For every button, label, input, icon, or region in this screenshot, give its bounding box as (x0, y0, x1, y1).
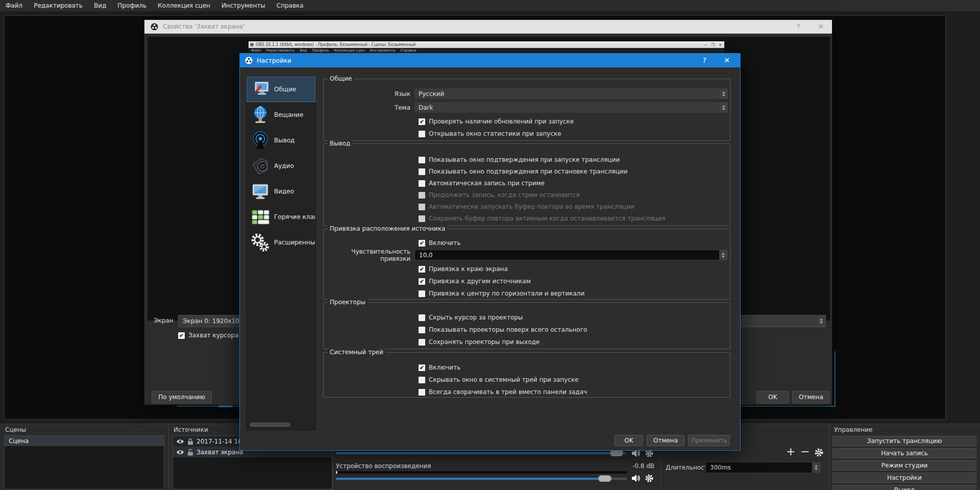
unlock-icon[interactable] (187, 449, 193, 456)
remove-transition-icon[interactable]: − (800, 447, 810, 456)
volume-slider[interactable] (336, 478, 627, 480)
start-streaming-button[interactable]: Запустить трансляцию (832, 436, 976, 446)
snap-sensitivity-label: Чувствительность привязки (324, 248, 414, 262)
snap-sensitivity-spinbox[interactable]: 10,0 (414, 250, 728, 260)
sources-header: Источники (174, 426, 208, 433)
start-recording-button[interactable]: Начать запись (832, 448, 976, 458)
visibility-eye-icon[interactable] (176, 450, 184, 455)
projector-always-on-top-row[interactable]: Показывать проекторы поверх всего осталь… (419, 326, 730, 333)
help-button[interactable]: ? (703, 56, 706, 64)
duration-spinbox[interactable]: 300ms (705, 462, 821, 473)
preview-scrollbar-segment[interactable] (218, 405, 233, 407)
systray-enable-row[interactable]: Включить (419, 364, 730, 371)
group-general: Общие Язык Русский Тема Dark Проверять н… (323, 79, 730, 141)
studio-mode-button[interactable]: Режим студии (832, 460, 976, 471)
checkbox[interactable] (419, 240, 425, 247)
checkbox[interactable] (419, 290, 425, 297)
sidebar-item-hotkeys[interactable]: Горячие клавиши (247, 204, 315, 230)
confirm-stop-row[interactable]: Показывать окно подтверждения при остано… (419, 168, 730, 175)
checkbox[interactable] (419, 180, 425, 187)
exit-button[interactable]: Выход (832, 485, 976, 490)
sidebar-item-video[interactable]: Видео (247, 179, 315, 204)
gear-icon[interactable] (645, 474, 654, 482)
transition-gear-icon[interactable] (815, 448, 823, 457)
theme-select[interactable]: Dark (414, 102, 728, 113)
cancel-button[interactable]: Отмена (647, 435, 684, 446)
checkbox[interactable] (419, 364, 425, 371)
ok-button[interactable]: OK (615, 435, 643, 446)
video-icon (249, 181, 272, 202)
open-stats-row[interactable]: Открывать окно статистики при запуске (419, 130, 730, 137)
checkbox[interactable] (419, 266, 425, 273)
sidebar-item-advanced[interactable]: Расширенные (247, 230, 315, 255)
menu-view[interactable]: Вид (88, 0, 112, 11)
scene-row[interactable]: Сцена (5, 436, 164, 446)
snap-center-row[interactable]: Привязка к центру по горизонтали и верти… (419, 290, 730, 297)
checkbox[interactable] (419, 314, 425, 321)
settings-titlebar[interactable]: Настройки ? ✕ (240, 54, 740, 67)
ok-button[interactable]: OK (756, 391, 789, 403)
checkbox[interactable] (419, 157, 425, 163)
auto-record-row[interactable]: Автоматическая запись при стриме (419, 180, 730, 187)
source-label: Захват экрана (197, 449, 243, 456)
spinner-buttons[interactable] (720, 88, 728, 99)
minimize-to-tray-on-start-row[interactable]: Скрывать окно в системный трей при запус… (419, 376, 730, 383)
menu-scene-collection[interactable]: Коллекция сцен (152, 0, 216, 11)
checkbox[interactable] (419, 131, 425, 137)
menu-file[interactable]: Файл (0, 0, 28, 11)
settings-button[interactable]: Настройки (832, 473, 976, 483)
checkbox[interactable] (419, 377, 425, 383)
speaker-icon[interactable] (631, 474, 641, 482)
snapping-enable-row[interactable]: Включить (419, 239, 730, 247)
volume-slider[interactable] (336, 452, 627, 454)
volume-slider-handle[interactable] (598, 475, 611, 482)
snap-screen-edge-row[interactable]: Привязка к краю экрана (419, 265, 730, 273)
sidebar-label: Видео (274, 188, 294, 195)
captured-window: OBS 20.1.1 (64bit, windows) - Профиль: Б… (249, 41, 724, 53)
spinner-buttons[interactable] (812, 462, 820, 473)
capture-cursor-checkbox[interactable] (178, 332, 185, 339)
defaults-button[interactable]: По умолчанию (152, 391, 212, 403)
checkbox[interactable] (419, 339, 425, 346)
lock-icon[interactable] (187, 438, 193, 445)
menu-help[interactable]: Справка (271, 0, 309, 11)
cancel-button[interactable]: Отмена (792, 391, 830, 403)
sidebar-item-audio[interactable]: Аудио (247, 153, 315, 179)
checkbox[interactable] (419, 327, 425, 333)
capture-cursor-row[interactable]: Захват курсора (178, 332, 238, 339)
visibility-eye-icon[interactable] (176, 439, 184, 444)
settings-sidebar[interactable]: Общие Вещание (246, 76, 316, 430)
checkbox[interactable] (419, 168, 425, 175)
scenes-list[interactable]: Сцена (4, 435, 164, 489)
sidebar-item-output[interactable]: Вывод (247, 128, 315, 153)
help-button[interactable]: ? (797, 22, 800, 31)
check-updates-row[interactable]: Проверять наличие обновлений при запуске (419, 118, 730, 125)
add-transition-icon[interactable]: + (786, 447, 795, 456)
checkbox[interactable] (419, 389, 425, 396)
checkbox[interactable] (419, 278, 425, 285)
hide-cursor-projector-row[interactable]: Скрыть курсор за проекторы (419, 314, 730, 321)
close-button[interactable]: ✕ (818, 22, 824, 31)
snap-other-sources-row[interactable]: Привязка к другим источникам (419, 278, 730, 285)
spinner-buttons[interactable] (720, 102, 728, 113)
sidebar-item-general[interactable]: Общие (247, 77, 315, 102)
save-projectors-row[interactable]: Сохранять проекторы при выходе (419, 338, 730, 346)
properties-titlebar[interactable]: Свойства 'Захват экрана' ? ✕ (144, 20, 832, 34)
language-select[interactable]: Русский (414, 88, 728, 99)
group-projectors: Проекторы Скрыть курсор за проекторы Пок… (323, 302, 730, 349)
menu-tools[interactable]: Инструменты (216, 0, 271, 11)
spinner-buttons[interactable] (817, 315, 825, 327)
properties-title: Свойства 'Захват экрана' (163, 23, 244, 30)
sidebar-hscrollbar[interactable] (250, 423, 290, 427)
spinner-buttons[interactable] (719, 250, 727, 260)
menu-edit[interactable]: Редактировать (28, 0, 88, 11)
sidebar-label: Вещание (274, 111, 303, 118)
menu-profile[interactable]: Профиль (112, 0, 152, 11)
always-minimize-to-tray-row[interactable]: Всегда сворачивать в трей вместо панели … (419, 388, 730, 396)
sidebar-item-stream[interactable]: Вещание (247, 102, 315, 128)
checkbox[interactable] (419, 118, 425, 125)
duration-label: Длительность (666, 464, 712, 471)
confirm-start-row[interactable]: Показывать окно подтверждения при запуск… (419, 156, 730, 163)
language-label: Язык (324, 90, 414, 97)
close-button[interactable]: ✕ (724, 56, 730, 64)
